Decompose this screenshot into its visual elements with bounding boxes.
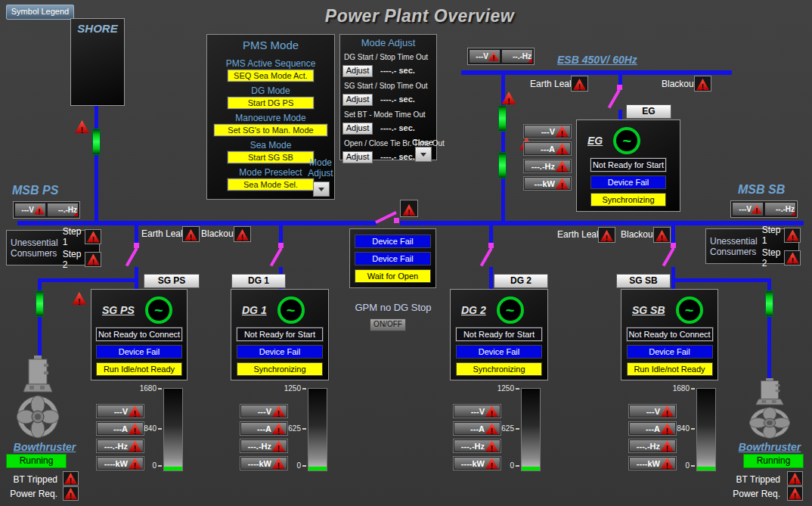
- shore-feeder-line: [95, 106, 98, 221]
- warning-icon: [556, 126, 569, 137]
- step2-warning-icon: [784, 250, 801, 265]
- step2-label: Step 2: [63, 249, 82, 270]
- step2-label: Step 2: [762, 247, 781, 269]
- sgps-generator-box: SG PS~ Not Ready to Connect Device Fail …: [91, 289, 188, 380]
- sgsb-status-run-idle: Run Idle/not Ready: [627, 362, 713, 376]
- warning-corner-icon: [73, 212, 78, 216]
- warning-icon: [556, 160, 569, 172]
- msb-sb-earth-leak-label: Earth Leak: [557, 229, 601, 240]
- tie-timeout-adjust-button[interactable]: Adjust: [342, 151, 373, 163]
- sgps-status-device-fail: Device Fail: [96, 345, 182, 359]
- bt-fwd-feeder-warning-icon: [72, 292, 86, 305]
- warning-icon: [752, 205, 762, 214]
- msb-ps-meters: ---V --.-Hz: [13, 201, 80, 219]
- gpm-onoff-button[interactable]: ON/OFF: [370, 318, 406, 331]
- bt-fwd-breaker-closed-icon: [36, 290, 44, 317]
- dg2-drop-lower: [489, 267, 493, 290]
- step1-label: Step 1: [762, 225, 781, 246]
- warning-icon: [556, 178, 569, 189]
- unessential-consumers-sb-box: UnessentialConsumers Step 1 Step 2: [705, 228, 799, 264]
- eg-status-synchronizing: Synchronizing: [590, 193, 666, 206]
- close-link-label: Close: [412, 138, 433, 147]
- bt-aft-branch-line: [671, 278, 771, 282]
- bt-fwd-power-req-warning-icon: [63, 486, 79, 501]
- unessential-consumers-label: UnessentialConsumers: [11, 237, 58, 259]
- sg-timeout-adjust-button[interactable]: Adjust: [342, 94, 373, 106]
- dg1-load-gauge: 12506250: [273, 384, 327, 471]
- mode-adjust-dropdown-button[interactable]: [313, 182, 330, 197]
- esb-feeder-breaker2-closed-icon: [498, 152, 507, 178]
- manoeuvre-mode-button[interactable]: Set SG's to Man. Mode: [214, 124, 327, 136]
- warning-icon: [556, 143, 569, 154]
- dg1-breaker-open-icon: [270, 247, 283, 266]
- dg-mode-label: DG Mode: [207, 85, 334, 96]
- eg-status-device-fail: Device Fail: [590, 175, 666, 189]
- symbol-legend-button[interactable]: Symbol Legend: [6, 5, 74, 20]
- sgps-drop-upper: [135, 225, 138, 243]
- gauge-bar: [163, 388, 183, 471]
- bt-timeout-label: Set BT - Mode Time Out: [344, 110, 434, 119]
- gpm-label: GPM no DG Stop: [342, 302, 445, 313]
- sgsb-tag-button[interactable]: SG SB: [616, 274, 671, 288]
- msb-sb-volt-meter: ---V: [733, 203, 763, 216]
- sgps-status-ready: Not Ready to Connect: [96, 328, 182, 341]
- chevron-down-icon: [420, 153, 426, 157]
- bt-aft-power-req-warning-icon: [787, 486, 803, 501]
- generator-icon: ~: [277, 296, 305, 324]
- pms-active-sequence-button[interactable]: SEQ Sea Mode Act.: [228, 70, 314, 82]
- bt-timeout-value: ----.- sec.: [380, 123, 415, 132]
- dg1-name-label: DG 1: [242, 304, 267, 316]
- eg-amp-meter: ---A: [524, 142, 571, 155]
- msb-ps-bus: [17, 221, 377, 225]
- eg-breaker-open-icon: [608, 89, 621, 108]
- esb-hz-meter: --.-Hz: [502, 50, 532, 63]
- bus-tie-breaker-open-icon: [394, 218, 399, 223]
- dg1-generator-box: DG 1~ Not Ready for Start Device Fail Sy…: [231, 289, 329, 380]
- close-dropdown-button[interactable]: [415, 147, 432, 162]
- eg-feeder-line-upper: [618, 75, 622, 85]
- generator-icon: ~: [145, 296, 172, 324]
- eg-tag-button[interactable]: EG: [626, 104, 671, 119]
- dg-timeout-adjust-button[interactable]: Adjust: [342, 65, 373, 77]
- sgsb-name-label: SG SB: [632, 304, 665, 316]
- step1-warning-icon: [784, 228, 801, 243]
- shore-warning-icon: [75, 120, 89, 133]
- tie-status-wait-for-open: Wait for Open: [355, 269, 431, 283]
- dg2-generator-box: DG 2~ Not Ready for Start Device Fail Sy…: [450, 289, 548, 380]
- dg2-tag-button[interactable]: DG 2: [494, 274, 548, 288]
- msb-ps-blackout-warning-icon: [234, 226, 251, 242]
- unessential-consumers-ps-box: UnessentialConsumers Step 1 Step 2: [6, 230, 100, 265]
- dg2-name-label: DG 2: [461, 304, 486, 316]
- sgps-tag-button[interactable]: SG PS: [144, 274, 200, 288]
- sgsb-load-gauge: 16808400: [662, 384, 716, 471]
- bt-timeout-adjust-button[interactable]: Adjust: [342, 123, 373, 135]
- gauge-bar: [521, 388, 541, 471]
- dg1-tag-button[interactable]: DG 1: [231, 274, 286, 288]
- eg-status-ready: Not Ready for Start: [590, 158, 666, 172]
- bt-fwd-branch-line: [38, 278, 137, 282]
- esb-earth-leak-label: Earth Leak: [530, 79, 574, 89]
- msb-sb-blackout-warning-icon: [653, 227, 671, 243]
- sgsb-status-device-fail: Device Fail: [627, 345, 713, 359]
- mode-adjust-link-label: Mode Adjust: [302, 157, 339, 178]
- bt-fwd-tripped-warning-icon: [63, 471, 79, 486]
- unessential-consumers-label: UnessentialConsumers: [710, 236, 758, 257]
- step1-label: Step 1: [63, 226, 82, 247]
- sea-mode-button[interactable]: Start SG SB: [228, 151, 314, 163]
- bowthruster-icon: [17, 355, 59, 445]
- dg2-status-ready: Not Ready for Start: [456, 328, 542, 341]
- bowthruster-icon: [749, 378, 790, 443]
- dg1-status-ready: Not Ready for Start: [237, 328, 323, 341]
- msb-sb-earth-leak-warning-icon: [598, 227, 615, 243]
- msb-sb-bus: [400, 221, 804, 225]
- warning-corner-icon: [528, 58, 532, 63]
- mode-preselect-button[interactable]: Sea Mode Sel.: [228, 178, 314, 191]
- pms-active-sequence-label: PMS Active Sequence: [207, 58, 334, 69]
- shore-label: SHORE: [71, 22, 124, 35]
- dg-mode-button[interactable]: Start DG PS: [228, 97, 314, 109]
- msb-ps-blackout-label: Blackout: [201, 228, 236, 239]
- dg2-breaker-open-icon: [480, 247, 493, 266]
- tie-timeout-value: ----.- sec.: [380, 152, 415, 161]
- esb-blackout-label: Blackout: [662, 79, 696, 89]
- eg-kw-meter: ---kW: [524, 177, 571, 190]
